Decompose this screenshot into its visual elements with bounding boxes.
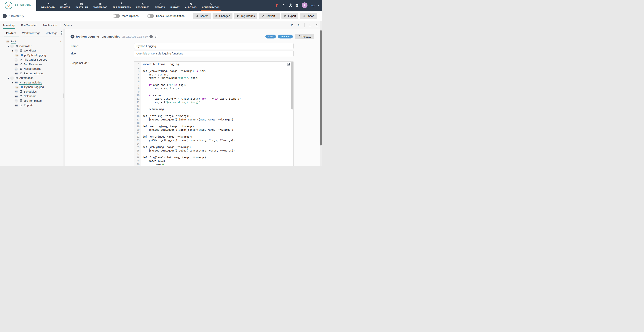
- name-field[interactable]: [134, 43, 294, 49]
- tab-workflow-tags[interactable]: Workflow Tags: [20, 31, 42, 36]
- node-label[interactable]: File Order Sources: [24, 58, 47, 61]
- check-synchronization-toggle[interactable]: Check Synchronization: [147, 14, 184, 18]
- node-menu-icon[interactable]: ●●●: [15, 86, 18, 89]
- upload-icon[interactable]: [315, 24, 318, 27]
- caret-down-icon[interactable]: ▼: [11, 82, 14, 84]
- sidebar-resize-handle[interactable]: [63, 94, 64, 98]
- tree-node-python-logging[interactable]: ●●●Python-Logging: [0, 85, 65, 90]
- nav-item-file-transfers[interactable]: FILE TRANSFERS: [110, 0, 134, 10]
- node-label[interactable]: Reports: [24, 104, 34, 107]
- node-menu-icon[interactable]: ●●●: [14, 72, 18, 75]
- nav-item-configuration[interactable]: CONFIGURATION: [199, 0, 222, 10]
- node-menu-icon[interactable]: ●●●: [15, 53, 18, 57]
- node-menu-icon[interactable]: ●●●: [14, 63, 18, 66]
- paperclip-icon[interactable]: [154, 35, 158, 38]
- help-icon[interactable]: ?: [289, 3, 292, 7]
- page-scrollbar[interactable]: [320, 21, 322, 166]
- node-core[interactable]: pdPythonLogging: [20, 53, 46, 57]
- node-menu-icon[interactable]: ●●●: [14, 67, 18, 71]
- node-menu-icon[interactable]: ●●●: [14, 49, 18, 53]
- tab-inventory[interactable]: Inventory: [2, 21, 15, 29]
- node-core[interactable]: Workflows: [19, 49, 36, 53]
- caret-down-icon[interactable]: ▼: [6, 45, 10, 47]
- convert-button[interactable]: Convert▾: [259, 13, 280, 19]
- node-menu-icon[interactable]: ●●●: [10, 44, 14, 48]
- undo-icon[interactable]: ↺: [290, 23, 294, 27]
- chevron-down-icon[interactable]: ▾: [318, 4, 319, 6]
- caret-down-icon[interactable]: ▼: [11, 50, 14, 52]
- avatar[interactable]: R: [302, 2, 308, 8]
- nav-item-resources[interactable]: RESOURCES: [134, 0, 152, 10]
- back-circle-icon[interactable]: ←: [70, 35, 74, 38]
- edit-pencil-icon[interactable]: [287, 62, 290, 66]
- node-core[interactable]: /: [11, 40, 16, 43]
- nav-item-dashboard[interactable]: DASHBOARD: [38, 0, 58, 10]
- tree-node--[interactable]: ●●●/«: [0, 39, 65, 44]
- node-core[interactable]: Reports: [19, 104, 34, 107]
- node-core[interactable]: File Order Sources: [19, 58, 47, 62]
- more-options-toggle[interactable]: More Options: [113, 14, 138, 18]
- node-core[interactable]: Job Resources: [19, 63, 42, 66]
- alert-flag-icon[interactable]: [276, 3, 279, 7]
- toggle-switch[interactable]: [113, 14, 120, 18]
- node-menu-icon[interactable]: ●●●: [14, 95, 18, 98]
- editor-code[interactable]: import builtins, logging def _convert(ms…: [141, 61, 293, 166]
- node-menu-icon[interactable]: ●●●: [14, 90, 18, 94]
- info-icon[interactable]: i: [150, 35, 153, 38]
- node-label[interactable]: Automation: [19, 76, 34, 79]
- node-menu-icon[interactable]: ●●●: [10, 76, 14, 80]
- tree-node-script-includes[interactable]: ▼●●●Script Includes: [0, 80, 65, 85]
- node-label[interactable]: Job Resources: [24, 63, 42, 66]
- tab-job-tags[interactable]: Job Tags: [44, 31, 60, 36]
- script-code-editor[interactable]: 1234567891011121314151617181920212223242…: [134, 61, 294, 166]
- node-core[interactable]: Automation: [15, 76, 34, 80]
- node-menu-icon[interactable]: ●●●: [14, 104, 18, 107]
- redo-icon[interactable]: ↻: [298, 23, 300, 27]
- user-menu[interactable]: root: [310, 4, 315, 7]
- editor-scrollbar-thumb[interactable]: [291, 62, 293, 110]
- node-label[interactable]: Python-Logging: [24, 85, 44, 88]
- collapse-sidebar-icon[interactable]: «: [59, 40, 61, 44]
- tree-node-workflows[interactable]: ▼●●●Workflows: [0, 48, 65, 53]
- back-circle-icon[interactable]: ←: [2, 14, 7, 18]
- download-icon[interactable]: [308, 24, 312, 27]
- node-label[interactable]: Controller: [19, 44, 32, 48]
- node-core[interactable]: Resource Locks: [19, 72, 44, 75]
- nav-item-history[interactable]: HISTORY: [168, 0, 182, 10]
- node-menu-icon[interactable]: ●●●: [14, 58, 18, 62]
- nav-item-monitor[interactable]: MONITOR: [58, 0, 73, 10]
- nav-item-audit-log[interactable]: AUDIT LOG: [182, 0, 199, 10]
- node-core[interactable]: Schedules: [19, 90, 37, 94]
- node-core[interactable]: Script Includes: [19, 81, 42, 85]
- tab-others[interactable]: Others: [63, 21, 72, 29]
- node-menu-icon[interactable]: ●●●: [6, 40, 10, 43]
- changes-button[interactable]: Changes: [212, 13, 232, 19]
- caret-down-icon[interactable]: ▼: [6, 77, 10, 79]
- tree-node-reports[interactable]: ●●●Reports: [0, 103, 65, 108]
- node-label[interactable]: Schedules: [24, 90, 37, 93]
- node-menu-icon[interactable]: ●●●: [14, 81, 18, 84]
- node-label[interactable]: Notice Boards: [24, 67, 41, 70]
- tab-folders[interactable]: Folders: [4, 31, 18, 36]
- node-label[interactable]: Script Includes: [24, 81, 42, 84]
- node-label[interactable]: Calendars: [24, 94, 36, 98]
- import-button[interactable]: Import: [300, 13, 317, 19]
- tree-node-resource-locks[interactable]: ●●●Resource Locks: [0, 71, 65, 76]
- title-field[interactable]: [134, 51, 294, 56]
- node-menu-icon[interactable]: ●●●: [14, 99, 18, 103]
- node-label[interactable]: Workflows: [24, 49, 36, 52]
- app-logo[interactable]: JS 7 JS SEVEN: [0, 0, 36, 10]
- node-core[interactable]: Controller: [15, 44, 32, 48]
- nav-item-daily-plan[interactable]: DAILY PLAN: [73, 0, 91, 10]
- tree-node-notice-boards[interactable]: ●●●Notice Boards: [0, 67, 65, 71]
- tree-node-automation[interactable]: ▼●●●Automation: [0, 76, 65, 80]
- nav-item-workflows[interactable]: WORKFLOWS: [91, 0, 110, 10]
- nav-item-reports[interactable]: REPORTS: [152, 0, 168, 10]
- tree-node-job-templates[interactable]: ●●●Job Templates: [0, 99, 65, 103]
- tree-node-calendars[interactable]: ●●●Calendars: [0, 94, 65, 99]
- breadcrumb[interactable]: Inventory: [11, 14, 24, 18]
- release-button[interactable]: Release: [295, 34, 314, 39]
- tree-node-controller[interactable]: ▼●●●Controller: [0, 44, 65, 49]
- toggle-switch[interactable]: [147, 14, 154, 18]
- tab-notification[interactable]: Notification: [42, 21, 58, 29]
